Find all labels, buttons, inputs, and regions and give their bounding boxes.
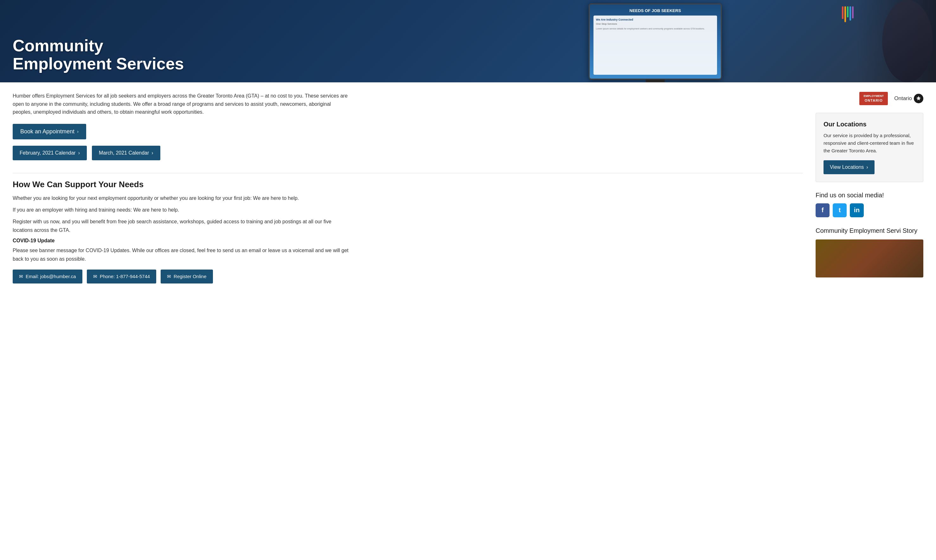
locations-card: Our Locations Our service is provided by… [816, 113, 923, 182]
book-appointment-label: Book an Appointment [20, 128, 74, 135]
monitor-screen-title: NEEDS OF JOB SEEKERS [593, 8, 717, 13]
email-button[interactable]: Email: jobs@humber.ca [13, 269, 82, 283]
envelope-icon [19, 274, 23, 279]
support-text-1: Whether you are looking for your next em… [13, 194, 348, 202]
ontario-logo: Ontario [894, 94, 923, 103]
twitter-label: t [839, 206, 841, 214]
sidebar: EMPLOYMENT ONTARIO Ontario Our Locations… [816, 92, 923, 283]
pencils-decoration [842, 6, 854, 22]
community-story-image [816, 240, 923, 277]
locations-card-text: Our service is provided by a professiona… [824, 132, 915, 155]
email-button-label: Email: jobs@humber.ca [26, 274, 76, 279]
register-online-button[interactable]: ✉ Register Online [161, 269, 212, 283]
locations-card-title: Our Locations [824, 121, 915, 128]
facebook-icon[interactable]: f [816, 203, 830, 217]
monitor-content-title: We Are Industry Connected [596, 18, 714, 21]
monitor-screen: NEEDS OF JOB SEEKERS We Are Industry Con… [590, 5, 721, 78]
phone-button[interactable]: ✉ Phone: 1-877-944-5744 [87, 269, 156, 283]
chevron-icon: › [77, 129, 79, 134]
employment-word: EMPLOYMENT [862, 94, 885, 98]
view-locations-label: View Locations [830, 165, 864, 170]
covid-title: COVID-19 Update [13, 238, 803, 243]
monitor-mockup: NEEDS OF JOB SEEKERS We Are Industry Con… [589, 3, 722, 80]
linkedin-icon[interactable]: in [850, 203, 864, 217]
february-calendar-button[interactable]: February, 2021 Calendar › [13, 146, 87, 160]
support-text-2: If you are an employer with hiring and t… [13, 206, 348, 214]
community-story-title: Community Employment Servi Story [816, 226, 923, 235]
chevron-view-locations: › [866, 165, 868, 170]
chevron-icon-feb: › [78, 150, 80, 156]
book-appointment-button[interactable]: Book an Appointment › [13, 124, 86, 139]
twitter-icon[interactable]: t [833, 203, 847, 217]
main-content: Humber offers Employment Services for al… [13, 92, 803, 283]
hero-title: CommunityEmployment Services [13, 37, 184, 73]
march-calendar-label: March, 2021 Calendar [99, 150, 149, 156]
person-silhouette [879, 0, 936, 82]
social-section: Find us on social media! f t in [816, 192, 923, 217]
calendar-buttons-row: February, 2021 Calendar › March, 2021 Ca… [13, 146, 803, 160]
logo-row: EMPLOYMENT ONTARIO Ontario [816, 92, 923, 105]
ontario-word: ONTARIO [862, 98, 885, 103]
phone-icon: ✉ [93, 274, 97, 279]
covid-text: Please see banner message for COVID-19 U… [13, 246, 348, 263]
divider-1 [13, 173, 803, 173]
support-section-title: How We Can Support Your Needs [13, 180, 803, 189]
social-icons-row: f t in [816, 203, 923, 217]
monitor-stand [646, 80, 665, 82]
support-text-3: Register with us now, and you will benef… [13, 217, 348, 234]
ontario-trillium-icon [914, 94, 923, 103]
main-container: Humber offers Employment Services for al… [0, 82, 936, 293]
ontario-label: Ontario [894, 95, 912, 102]
hero-person [857, 0, 936, 82]
monitor-content-subtitle: One Stop Services [596, 23, 714, 25]
linkedin-label: in [854, 206, 860, 214]
march-calendar-button[interactable]: March, 2021 Calendar › [92, 146, 160, 160]
monitor-body-text: Lorem ipsum service details for employme… [596, 27, 714, 31]
hero-section: CommunityEmployment Services NEEDS OF JO… [0, 0, 936, 82]
register-icon: ✉ [167, 274, 171, 279]
intro-text: Humber offers Employment Services for al… [13, 92, 348, 116]
bottom-buttons-row: Email: jobs@humber.ca ✉ Phone: 1-877-944… [13, 269, 803, 283]
phone-button-label: Phone: 1-877-944-5744 [100, 274, 150, 279]
view-locations-button[interactable]: View Locations › [824, 160, 874, 174]
monitor-content: We Are Industry Connected One Stop Servi… [593, 15, 717, 75]
hero-right: NEEDS OF JOB SEEKERS We Are Industry Con… [374, 0, 936, 82]
employment-ontario-logo: EMPLOYMENT ONTARIO [859, 92, 888, 105]
chevron-icon-mar: › [151, 150, 153, 156]
community-story-section: Community Employment Servi Story [816, 226, 923, 277]
social-title: Find us on social media! [816, 192, 923, 199]
february-calendar-label: February, 2021 Calendar [20, 150, 76, 156]
trillium-svg [915, 95, 922, 102]
facebook-label: f [822, 206, 824, 214]
register-button-label: Register Online [174, 274, 206, 279]
